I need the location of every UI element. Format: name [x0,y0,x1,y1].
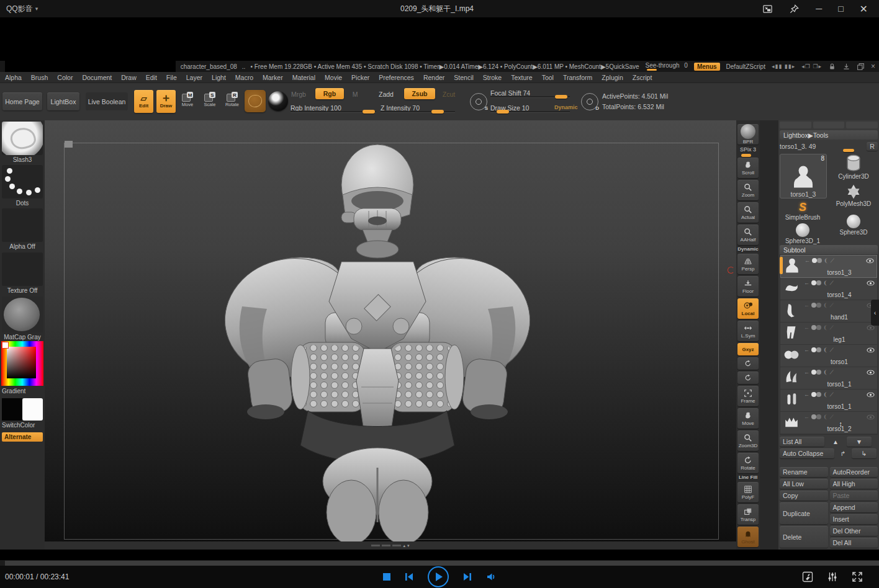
switch-color[interactable]: SwitchColor [2,398,43,429]
dock-icon[interactable] [842,63,850,71]
tool-item-polymesh3d[interactable]: PolyMesh3D [831,184,877,207]
menu-light[interactable]: Light [212,74,226,81]
pin-button[interactable] [789,4,800,14]
texture-swatch[interactable]: Texture Off [2,252,43,294]
toggle-off-icon[interactable] [816,325,821,330]
paint-icon[interactable]: ❨ [823,369,828,375]
paste-button[interactable]: Paste [830,491,878,501]
eye-icon[interactable] [867,370,875,375]
zcut-button[interactable]: Zcut [438,89,459,99]
scroll-down-icon[interactable]: ▾ [407,543,410,548]
spin-z-button[interactable] [737,372,759,384]
move-down-arrow-button[interactable]: ↳ [852,448,877,458]
secondary-color-swatch[interactable] [22,398,43,421]
subtool-up-button[interactable]: ▲ [826,437,845,447]
zoom-button[interactable]: Zoom [737,180,759,200]
arrow-icon[interactable]: ← [804,414,809,420]
sculpt-icon[interactable]: ⟋ [830,347,834,354]
material-swatch[interactable]: MatCap Gray [2,296,43,341]
subtool-row[interactable]: ←❨⟋ torso1_1 [780,390,877,412]
menu-preferences[interactable]: Preferences [379,74,414,81]
toggle-off-icon[interactable] [816,347,821,352]
m-button[interactable]: M [348,89,363,99]
subtool-row[interactable]: ←❨⟋ torso1 [780,345,877,367]
bpr-button[interactable]: BPR [737,124,759,145]
menu-render[interactable]: Render [423,74,444,81]
current-tool-row[interactable]: torso1_3. 49 R [780,141,878,152]
previous-button[interactable] [404,572,414,582]
spix-handle[interactable] [741,154,751,157]
zoom3d-button[interactable]: Zoom3D [737,430,759,451]
dots-thumbnail[interactable] [2,165,43,198]
tool-item-simplebrush[interactable]: S SimpleBrush [780,201,826,221]
move-button[interactable]: M Move [179,92,196,110]
rgb-button[interactable]: Rgb [315,88,344,99]
z-intensity-handle[interactable] [431,110,444,114]
auto-collapse-button[interactable]: Auto Collapse [780,448,834,458]
toggle-on-icon[interactable] [811,280,816,285]
canvas-scrollbar[interactable]: ▴ ▾ [45,541,736,550]
rotate3d-button[interactable]: Rotate [737,453,759,473]
menu-brush[interactable]: Brush [31,74,48,81]
zadd-button[interactable]: Zadd [374,89,399,99]
rgb-intensity-handle[interactable] [363,110,375,114]
subtool-down-button[interactable]: ▼ [847,437,872,447]
live-boolean-button[interactable]: Live Boolean [86,92,128,110]
subtool-row[interactable]: ←❨⟋ torso1_2 ↕ [780,412,877,434]
quicksave-button[interactable]: QuickSave [609,63,639,70]
panel-collapse-tab[interactable]: ‹ [871,300,879,326]
menu-edit[interactable]: Edit [146,74,157,81]
sculpt-canvas[interactable]: ▴ ▾ [45,120,736,550]
paint-icon[interactable]: ❨ [823,347,828,353]
subtool-header[interactable]: Subtool [780,245,878,254]
alpha-swatch[interactable]: Alpha Off [2,208,43,250]
arrow-icon[interactable]: ← [804,347,809,353]
arrow-icon[interactable]: ← [804,280,809,286]
gxyz-button[interactable]: Gxyz [737,343,759,355]
local-button[interactable]: Local [737,298,759,319]
lightbox-button[interactable]: LightBox [47,92,79,110]
density-icon[interactable]: D [581,93,598,110]
sculpt-icon[interactable]: ⟋ [830,369,834,376]
all-low-button[interactable]: All Low [780,479,828,489]
stroke-swatch[interactable]: Slash3 [2,122,43,163]
paint-icon[interactable]: ❨ [823,302,828,308]
stroke-type-icon[interactable]: S [470,93,487,110]
subtool-row[interactable]: ←❨⟋ leg1 [780,323,877,345]
sculpt-icon[interactable]: ⟋ [830,414,834,421]
arrow-icon[interactable]: ← [804,302,809,308]
polyframe-button[interactable]: PolyF [737,482,759,502]
all-high-button[interactable]: All High [830,479,878,489]
lsym-button[interactable]: L.Sym [737,321,759,341]
shelf-scroll-icons[interactable]: ◂▮▮ ▮▮▸ [772,63,795,69]
volume-button[interactable] [486,572,496,582]
menu-transform[interactable]: Transform [563,74,592,81]
ghost-button[interactable]: Ghost [737,527,759,547]
home-page-button[interactable]: Home Page [2,92,42,110]
edit-button[interactable]: ▱ Edit [134,90,153,113]
append-button[interactable]: Append [830,502,878,512]
floor-button[interactable]: Floor [737,276,759,296]
menu-document[interactable]: Document [82,74,112,81]
sculpt-icon[interactable]: ⟋ [831,257,834,264]
eye-icon[interactable] [867,392,875,398]
next-button[interactable] [462,572,472,582]
eye-icon[interactable] [867,347,875,353]
menu-movie[interactable]: Movie [325,74,342,81]
mini-mode-button[interactable] [762,4,773,14]
tool-item-selected[interactable]: 8 torso1_3 [780,154,827,198]
duplicate-button[interactable]: Duplicate [780,502,828,524]
transp-button[interactable]: Transp [737,504,759,525]
delete-button[interactable]: Delete [780,526,828,548]
toggle-off-icon[interactable] [816,392,821,397]
sculpt-icon[interactable]: ⟋ [830,280,834,287]
stroke-dots-swatch[interactable]: Dots [2,165,43,207]
list-all-button[interactable]: List All [780,437,824,447]
stop-button[interactable] [383,573,390,581]
draw-button[interactable]: ✛ Draw [156,90,176,113]
menu-marker[interactable]: Marker [263,74,283,81]
spin-r-button[interactable] [737,357,759,370]
actual-button[interactable]: Actual [737,202,759,223]
toggle-off-icon[interactable] [816,370,821,375]
default-zscript-button[interactable]: DefaultZScript [726,63,765,70]
